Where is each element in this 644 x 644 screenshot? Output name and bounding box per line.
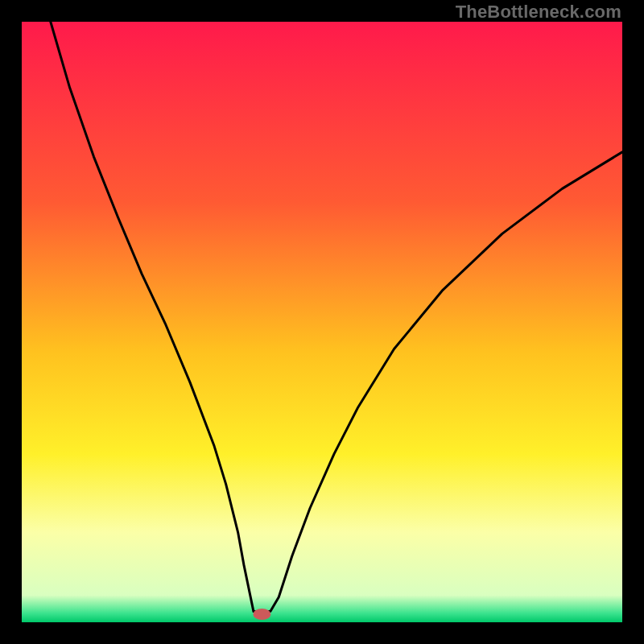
watermark-text: TheBottleneck.com <box>456 2 621 23</box>
chart-frame: { "watermark": "TheBottleneck.com", "cha… <box>0 0 644 644</box>
plot-background <box>22 22 622 622</box>
valley-marker <box>253 609 270 620</box>
chart-svg <box>0 0 644 644</box>
